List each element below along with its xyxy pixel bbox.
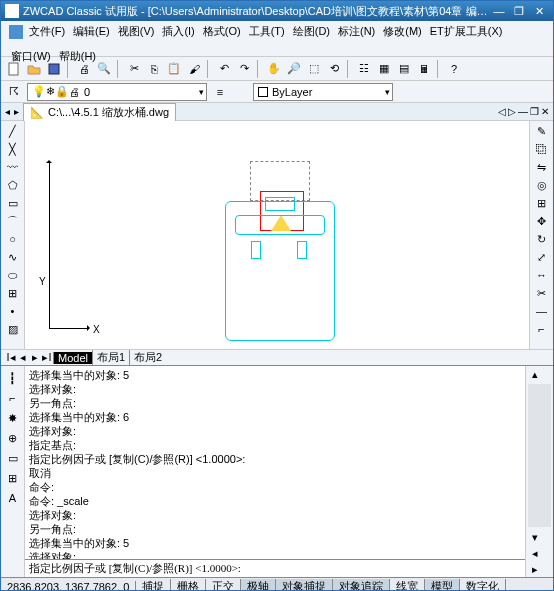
polar-toggle[interactable]: 极轴	[241, 579, 276, 591]
menu-insert[interactable]: 插入(I)	[160, 23, 196, 40]
circle-icon[interactable]: ○	[4, 231, 22, 247]
chamfer-icon[interactable]: ⌐	[4, 390, 22, 406]
mtab-first-icon[interactable]: I◂	[5, 351, 17, 364]
zoom-rt-icon[interactable]: 🔎	[285, 60, 303, 78]
join-icon[interactable]: ⊕	[4, 430, 22, 446]
otrack-toggle[interactable]: 对象追踪	[333, 579, 390, 591]
explode-icon[interactable]: ✸	[4, 410, 22, 426]
ellipse-icon[interactable]: ⬭	[4, 267, 22, 283]
break-icon[interactable]: ┇	[4, 370, 22, 386]
copy-obj-icon[interactable]: ⿻	[533, 141, 551, 157]
minimize-button[interactable]: —	[489, 5, 509, 17]
copy-icon[interactable]: ⎘	[145, 60, 163, 78]
model-toggle[interactable]: 模型	[425, 579, 460, 591]
scroll-left-icon[interactable]: ◂	[526, 545, 544, 561]
design-center-icon[interactable]: ▦	[375, 60, 393, 78]
menu-modify[interactable]: 修改(M)	[381, 23, 424, 40]
layout1-tab[interactable]: 布局1	[92, 350, 129, 365]
command-input[interactable]: 指定比例因子或 [复制(C)/参照(R)] <1.0000>:	[25, 559, 525, 577]
fillet-icon[interactable]: ⌐	[533, 321, 551, 337]
snap-toggle[interactable]: 捕捉	[136, 579, 171, 591]
hatch-icon[interactable]: ▨	[4, 321, 22, 337]
mtab-next-icon[interactable]: ▸	[29, 351, 41, 364]
menu-file[interactable]: 文件(F)	[27, 23, 67, 40]
zoom-prev-icon[interactable]: ⟲	[325, 60, 343, 78]
insert-icon[interactable]: ⊞	[4, 285, 22, 301]
arc-icon[interactable]: ⌒	[4, 213, 22, 229]
scale-icon[interactable]: ⤢	[533, 249, 551, 265]
command-history[interactable]: 选择集当中的对象: 5选择对象:另一角点:选择集当中的对象: 6选择对象:指定基…	[25, 366, 525, 559]
table-icon[interactable]: ⊞	[4, 470, 22, 486]
coords-display[interactable]: 2836.8203, 1367.7862, 0	[1, 581, 136, 592]
rotate-icon[interactable]: ↻	[533, 231, 551, 247]
layer-toolbar: ☈ 💡❄🔒🖨 0 ≡ ByLayer	[1, 81, 553, 103]
tool-pal-icon[interactable]: ▤	[395, 60, 413, 78]
close-button[interactable]: ✕	[529, 5, 549, 18]
menu-tools[interactable]: 工具(T)	[247, 23, 287, 40]
new-icon[interactable]	[5, 60, 23, 78]
pline-icon[interactable]: 〰	[4, 159, 22, 175]
maximize-button[interactable]: ❐	[509, 5, 529, 18]
stretch-icon[interactable]: ↔	[533, 267, 551, 283]
tab-close-icon[interactable]: ✕	[541, 106, 549, 117]
tab-min-icon[interactable]: —	[518, 106, 528, 117]
print-icon[interactable]: 🖨	[75, 60, 93, 78]
drawing-canvas[interactable]: Y X	[25, 121, 529, 349]
spline-icon[interactable]: ∿	[4, 249, 22, 265]
lwt-toggle[interactable]: 线宽	[390, 579, 425, 591]
layer-prop-icon[interactable]: ☈	[5, 83, 23, 101]
move-icon[interactable]: ✥	[533, 213, 551, 229]
mtab-prev-icon[interactable]: ◂	[17, 351, 29, 364]
osnap-toggle[interactable]: 对象捕捉	[276, 579, 333, 591]
mtab-last-icon[interactable]: ▸I	[41, 351, 53, 364]
menu-dim[interactable]: 标注(N)	[336, 23, 377, 40]
zoom-win-icon[interactable]: ⬚	[305, 60, 323, 78]
tab-next-icon[interactable]: ▷	[508, 106, 516, 117]
redo-icon[interactable]: ↷	[235, 60, 253, 78]
tab-prev-icon[interactable]: ◁	[498, 106, 506, 117]
offset-icon[interactable]: ◎	[533, 177, 551, 193]
help-icon[interactable]: ?	[445, 60, 463, 78]
menu-format[interactable]: 格式(O)	[201, 23, 243, 40]
tab-max-icon[interactable]: ❐	[530, 106, 539, 117]
model-tab[interactable]: Model	[53, 352, 92, 364]
preview-icon[interactable]: 🔍	[95, 60, 113, 78]
line-icon[interactable]: ╱	[4, 123, 22, 139]
scrollbar[interactable]	[528, 384, 551, 527]
paste-icon[interactable]: 📋	[165, 60, 183, 78]
scroll-up-icon[interactable]: ▴	[526, 366, 544, 382]
extend-icon[interactable]: —	[533, 303, 551, 319]
digit-toggle[interactable]: 数字化	[460, 579, 506, 591]
mirror-icon[interactable]: ⇋	[533, 159, 551, 175]
xline-icon[interactable]: ╳	[4, 141, 22, 157]
cut-icon[interactable]: ✂	[125, 60, 143, 78]
menu-edit[interactable]: 编辑(E)	[71, 23, 112, 40]
layer-state-icon[interactable]: ≡	[211, 83, 229, 101]
layer-combo[interactable]: 💡❄🔒🖨 0	[27, 83, 207, 101]
trim-icon[interactable]: ✂	[533, 285, 551, 301]
rect-icon[interactable]: ▭	[4, 195, 22, 211]
menu-draw[interactable]: 绘图(D)	[291, 23, 332, 40]
color-combo[interactable]: ByLayer	[253, 83, 393, 101]
text-icon[interactable]: A	[4, 490, 22, 506]
save-icon[interactable]	[45, 60, 63, 78]
region-icon[interactable]: ▭	[4, 450, 22, 466]
calc-icon[interactable]: 🖩	[415, 60, 433, 78]
open-icon[interactable]	[25, 60, 43, 78]
scroll-down-icon[interactable]: ▾	[526, 529, 544, 545]
array-icon[interactable]: ⊞	[533, 195, 551, 211]
scroll-right-icon[interactable]: ▸	[526, 561, 544, 577]
undo-icon[interactable]: ↶	[215, 60, 233, 78]
menu-view[interactable]: 视图(V)	[116, 23, 157, 40]
layout2-tab[interactable]: 布局2	[129, 350, 166, 365]
match-icon[interactable]: 🖌	[185, 60, 203, 78]
pan-icon[interactable]: ✋	[265, 60, 283, 78]
point-icon[interactable]: •	[4, 303, 22, 319]
polygon-icon[interactable]: ⬠	[4, 177, 22, 193]
prop-icon[interactable]: ☷	[355, 60, 373, 78]
grid-toggle[interactable]: 栅格	[171, 579, 206, 591]
erase-icon[interactable]: ✎	[533, 123, 551, 139]
menu-et[interactable]: ET扩展工具(X)	[428, 23, 505, 40]
doc-tab[interactable]: 📐 C:\...\4.5.1 缩放水桶.dwg	[23, 103, 176, 121]
ortho-toggle[interactable]: 正交	[206, 579, 241, 591]
